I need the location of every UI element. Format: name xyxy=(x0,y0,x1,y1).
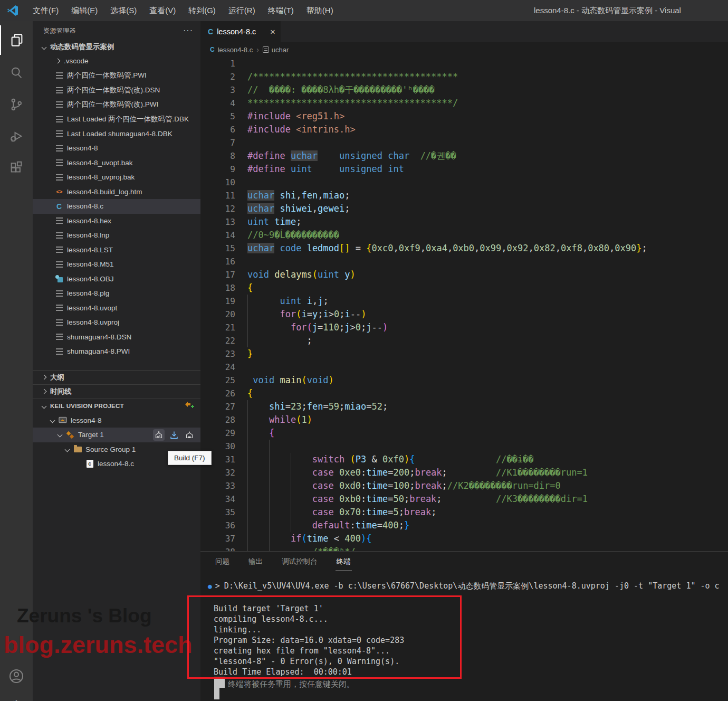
close-icon[interactable]: × xyxy=(270,27,275,36)
explorer-file-item[interactable]: lesson4-8 xyxy=(33,141,200,156)
code-line[interactable]: 27 shi=23;fen=59;miao=52; xyxy=(200,400,728,413)
panel-tab-问题[interactable]: 问题 xyxy=(214,553,231,571)
code-line[interactable]: 24 xyxy=(200,361,728,374)
explorer-file-item[interactable]: lesson4-8.OBJ xyxy=(33,272,200,287)
code-line[interactable]: 26{ xyxy=(200,387,728,400)
code-line[interactable]: 35 case 0x70:time=5;break; xyxy=(200,506,728,519)
explorer-file-item[interactable]: lesson4-8.uvopt xyxy=(33,301,200,316)
extensions-icon[interactable] xyxy=(0,153,33,183)
keil-target-item[interactable]: Target 1 xyxy=(33,428,200,442)
code-line[interactable]: 19 uint i,j; xyxy=(200,295,728,308)
menu-item[interactable]: 运行(R) xyxy=(222,0,262,21)
explorer-file-item[interactable]: .vscode xyxy=(33,54,200,69)
explorer-file-item[interactable]: lesson4-8_uvproj.bak xyxy=(33,170,200,185)
breadcrumb-symbol[interactable]: uchar xyxy=(272,46,289,54)
section-outline[interactable]: 大纲 xyxy=(33,370,200,384)
menu-item[interactable]: 帮助(H) xyxy=(300,0,340,21)
code-line[interactable]: 15uchar code ledmod[] = {0xc0,0xf9,0xa4,… xyxy=(200,242,728,255)
tab-lesson4-8c[interactable]: C lesson4-8.c × xyxy=(200,21,281,42)
code-editor[interactable]: 12/*************************************… xyxy=(200,57,728,551)
code-line[interactable]: 1 xyxy=(200,57,728,70)
more-actions-icon[interactable]: ··· xyxy=(183,26,193,35)
explorer-file-item[interactable]: <>lesson4-8.build_log.htm xyxy=(33,185,200,200)
panel-tab-输出[interactable]: 输出 xyxy=(247,553,264,571)
code-line[interactable]: 29 { xyxy=(200,427,728,440)
explorer-file-item[interactable]: shumaguan4-8.PWI xyxy=(33,344,200,359)
code-line[interactable]: 17void delayms(uint y) xyxy=(200,268,728,281)
code-line[interactable]: 6#include <intrins.h> xyxy=(200,123,728,136)
code-line[interactable]: 22 ; xyxy=(200,334,728,347)
terminal-cursor xyxy=(214,677,225,688)
section-timeline[interactable]: 时间线 xyxy=(33,384,200,399)
code-line[interactable]: 25 void main(void) xyxy=(200,374,728,387)
explorer-file-item[interactable]: 两个四位一体数码管.PWI xyxy=(33,69,200,83)
explorer-file-item[interactable]: lesson4-8.uvproj xyxy=(33,315,200,330)
search-icon[interactable] xyxy=(0,58,33,88)
code-line[interactable]: 8#define uchar unsigned char //�궨�� xyxy=(200,149,728,163)
keil-reload-add-icon[interactable] xyxy=(185,401,194,411)
panel-tab-终端[interactable]: 终端 xyxy=(336,553,352,571)
code-line[interactable]: 9#define uint unsigned int xyxy=(200,163,728,176)
explorer-file-item[interactable]: lesson4-8.hex xyxy=(33,214,200,229)
document-icon xyxy=(55,347,63,356)
build-icon[interactable] xyxy=(153,429,165,441)
code-line[interactable]: 28 while(1) xyxy=(200,413,728,427)
panel-tab-调试控制台[interactable]: 调试控制台 xyxy=(281,553,319,571)
breadcrumb[interactable]: C lesson4-8.c › uchar xyxy=(200,42,728,57)
code-line[interactable]: 4**************************************/ xyxy=(200,97,728,110)
code-line[interactable]: 30 xyxy=(200,440,728,453)
code-line[interactable]: 13uint time; xyxy=(200,215,728,229)
explorer-file-item[interactable]: shumaguan4-8.DSN xyxy=(33,330,200,345)
explorer-file-item[interactable]: lesson4-8.plg xyxy=(33,286,200,301)
menu-item[interactable]: 编辑(E) xyxy=(65,0,104,21)
code-line[interactable]: 32 case 0xe0:time=200;break; //K1�������… xyxy=(200,466,728,479)
explorer-file-item[interactable]: lesson4-8.LST xyxy=(33,243,200,258)
code-line[interactable]: 14//0~9�Ĺ���������� xyxy=(200,229,728,242)
run-debug-icon[interactable] xyxy=(0,121,33,151)
code-line[interactable]: 34 case 0xb0:time=50;break; //K3��������… xyxy=(200,492,728,506)
explorer-file-item[interactable]: Last Loaded 两个四位一体数码管.DBK xyxy=(33,112,200,127)
code-line[interactable]: 10 xyxy=(200,176,728,189)
account-icon[interactable] xyxy=(0,661,33,691)
code-line[interactable]: 33 case 0xd0:time=100;break;//K2��������… xyxy=(200,479,728,492)
code-line[interactable]: 3// ����: ����8λh�干���������'ʰ���� xyxy=(200,83,728,97)
explorer-file-item[interactable]: Clesson4-8.c xyxy=(33,199,200,214)
code-line[interactable]: 11uchar shi,fen,miao; xyxy=(200,189,728,202)
section-keil-project[interactable]: KEIL UVISION PROJECT xyxy=(33,399,200,413)
code-line[interactable]: 38 /*���ʱ*/ xyxy=(200,545,728,551)
source-control-icon[interactable] xyxy=(0,90,33,119)
terminal-command-line[interactable]: ●>D:\Keil_v5\UV4\UV4.exe -b c:\Users\676… xyxy=(208,581,720,591)
code-line[interactable]: 2/************************************** xyxy=(200,70,728,83)
menu-item[interactable]: 终端(T) xyxy=(262,0,300,21)
terminal-build-output[interactable]: Build target 'Target 1' compiling lesson… xyxy=(214,603,404,677)
menu-item[interactable]: 选择(S) xyxy=(104,0,143,21)
explorer-file-item[interactable]: Last Loaded shumaguan4-8.DBK xyxy=(33,127,200,141)
code-line[interactable]: 31 switch (P3 & 0xf0){ //��ɨ�� xyxy=(200,453,728,466)
code-line[interactable]: 37 if(time < 400){ xyxy=(200,532,728,545)
breadcrumb-file[interactable]: lesson4-8.c xyxy=(218,46,253,54)
rebuild-icon[interactable] xyxy=(184,429,195,441)
code-line[interactable]: 5#include <reg51.h> xyxy=(200,110,728,123)
code-line[interactable]: 12uchar shiwei,gewei; xyxy=(200,202,728,215)
code-line[interactable]: 18{ xyxy=(200,281,728,295)
code-line[interactable]: 36 default:time=400;} xyxy=(200,519,728,532)
explorer-file-item[interactable]: lesson4-8.lnp xyxy=(33,228,200,243)
menu-item[interactable]: 文件(F) xyxy=(26,0,65,21)
code-line[interactable]: 7 xyxy=(200,136,728,149)
explorer-file-item[interactable]: lesson4-8_uvopt.bak xyxy=(33,156,200,170)
explorer-file-item[interactable]: lesson4-8.M51 xyxy=(33,257,200,272)
menu-item[interactable]: 查看(V) xyxy=(143,0,182,21)
explorer-icon[interactable] xyxy=(0,25,33,55)
keil-project-item[interactable]: lesson4-8 xyxy=(33,413,200,428)
menu-item[interactable]: 转到(G) xyxy=(182,0,222,21)
explorer-file-item[interactable]: 两个四位一体数码管(改).DSN xyxy=(33,83,200,98)
command-decoration-dot[interactable]: ● xyxy=(208,582,212,590)
tree-root-folder[interactable]: 动态数码管显示案例 xyxy=(33,40,200,54)
download-icon[interactable] xyxy=(168,429,180,441)
code-line[interactable]: 21 for(j=110;j>0;j--) xyxy=(200,321,728,334)
code-line[interactable]: 23} xyxy=(200,347,728,361)
code-line[interactable]: 20 for(i=y;i>0;i--) xyxy=(200,308,728,321)
code-line[interactable]: 16 xyxy=(200,255,728,268)
explorer-file-item[interactable]: 两个四位一体数码管(改).PWI xyxy=(33,98,200,112)
settings-gear-icon[interactable]: ⚙ xyxy=(0,690,33,701)
